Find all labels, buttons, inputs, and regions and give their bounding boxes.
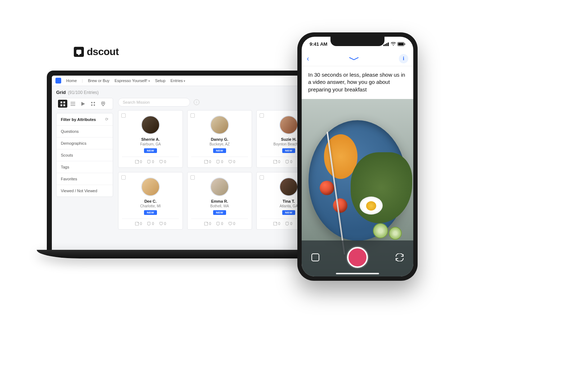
stat-favorites[interactable]: 0 — [159, 160, 166, 164]
svg-point-11 — [94, 104, 95, 106]
chevron-down-icon[interactable] — [349, 57, 359, 60]
app-logo-icon[interactable] — [55, 78, 61, 84]
scout-card[interactable]: Sherrie A. Fairburn, GA NEW 0 0 0 — [118, 110, 183, 168]
wifi-icon — [391, 42, 396, 46]
svg-rect-22 — [385, 44, 386, 46]
card-checkbox[interactable] — [190, 113, 195, 118]
svg-rect-27 — [405, 43, 405, 45]
nav-brew-or-buy[interactable]: Brew or Buy — [88, 78, 109, 83]
new-badge: NEW — [144, 210, 157, 215]
card-footer: 0 0 0 — [191, 157, 248, 164]
record-button[interactable] — [347, 247, 368, 268]
new-badge: NEW — [213, 148, 226, 153]
scout-name: Dee C. — [144, 199, 157, 203]
card-checkbox[interactable] — [121, 175, 126, 180]
brand-icon — [74, 47, 84, 57]
new-badge: NEW — [282, 148, 295, 153]
stat-tags[interactable]: 0 — [216, 160, 223, 164]
stat-tags[interactable]: 0 — [216, 222, 223, 226]
signal-icon — [383, 42, 389, 46]
svg-rect-3 — [63, 104, 65, 106]
filter-label: Viewed / Not Viewed — [61, 189, 97, 193]
phone-notch — [330, 37, 384, 46]
nav-entries[interactable]: Entries — [171, 78, 186, 83]
nav-setup[interactable]: Setup — [155, 78, 166, 83]
card-checkbox[interactable] — [260, 113, 264, 118]
new-badge: NEW — [282, 210, 295, 215]
stat-favorites[interactable]: 0 — [228, 160, 235, 164]
flip-camera-button[interactable] — [394, 252, 405, 263]
view-grid-icon[interactable] — [58, 100, 67, 108]
stat-tags[interactable]: 0 — [285, 222, 292, 226]
nav-espresso-yourself[interactable]: Espresso Yourself! — [114, 78, 150, 83]
filter-label: Favorites — [61, 177, 77, 181]
svg-rect-24 — [388, 42, 389, 46]
scout-card[interactable]: Dee C. Charlotte, MI NEW 0 0 0 — [118, 172, 183, 230]
avatar — [141, 116, 160, 134]
back-button[interactable]: ‹ — [307, 54, 309, 63]
stat-notes[interactable]: 0 — [135, 222, 142, 226]
grid-title: Grid — [56, 90, 66, 95]
stat-favorites[interactable]: 0 — [159, 222, 166, 226]
filter-header[interactable]: Filter by Attributes ⟳ — [57, 113, 113, 126]
nav-home[interactable]: Home — [66, 78, 77, 83]
stat-tags[interactable]: 0 — [147, 222, 154, 226]
avatar — [210, 116, 229, 134]
card-checkbox[interactable] — [121, 113, 126, 118]
view-map-icon[interactable] — [98, 100, 108, 108]
search-input[interactable]: Search Mission — [118, 98, 190, 107]
filter-demographics[interactable]: Demographics — [57, 138, 113, 149]
avatar — [141, 177, 160, 196]
info-icon[interactable]: i — [194, 99, 199, 105]
card-checkbox[interactable] — [190, 175, 195, 180]
scout-card[interactable]: Danny G. Buckeye, AZ NEW 0 0 0 — [187, 110, 252, 168]
food-tomato — [333, 198, 347, 213]
filter-questions[interactable]: Questions — [57, 126, 113, 138]
prompt-text: In 30 seconds or less, please show us in… — [302, 66, 413, 99]
scout-card[interactable]: Emma R. Bothell, WA NEW 0 0 0 — [187, 172, 252, 230]
stat-tags[interactable]: 0 — [147, 160, 154, 164]
info-button[interactable]: i — [399, 54, 408, 63]
svg-rect-1 — [63, 102, 65, 103]
avatar — [210, 177, 229, 196]
filter-viewed[interactable]: Viewed / Not Viewed — [57, 185, 113, 197]
svg-rect-2 — [60, 104, 62, 106]
view-list-icon[interactable] — [68, 100, 77, 108]
scout-location: Atlanta, GA — [279, 204, 298, 208]
status-time: 9:41 AM — [310, 41, 327, 47]
filter-scouts[interactable]: Scouts — [57, 149, 113, 161]
stat-notes[interactable]: 0 — [135, 160, 142, 164]
svg-point-8 — [91, 102, 93, 103]
camera-controls — [302, 240, 413, 276]
scout-name: Sherrie A. — [141, 137, 160, 141]
phone-device: 9:41 AM ‹ i In 30 seconds or less, pleas… — [297, 32, 418, 281]
view-play-icon[interactable] — [78, 100, 87, 108]
scout-location: Charlotte, MI — [140, 204, 161, 208]
filter-favorites[interactable]: Favorites — [57, 173, 113, 185]
scout-name: Danny G. — [211, 137, 228, 141]
food-cucumber — [389, 227, 402, 240]
avatar — [279, 177, 298, 196]
card-checkbox[interactable] — [260, 175, 264, 180]
stat-notes[interactable]: 0 — [273, 222, 280, 226]
view-quote-icon[interactable] — [88, 100, 98, 108]
food-cucumber — [373, 223, 388, 238]
stat-notes[interactable]: 0 — [273, 160, 280, 164]
scout-name: Emma R. — [211, 199, 228, 203]
svg-point-9 — [94, 102, 95, 103]
filter-header-label: Filter by Attributes — [61, 117, 96, 122]
battery-icon — [397, 42, 405, 46]
scout-name: Suzie H. — [281, 137, 297, 141]
card-footer: 0 0 0 — [122, 157, 179, 164]
filter-label: Tags — [61, 165, 69, 169]
stat-favorites[interactable]: 0 — [228, 222, 235, 226]
svg-marker-7 — [81, 102, 85, 106]
sidebar: Filter by Attributes ⟳ Questions Demogra… — [56, 98, 113, 230]
new-badge: NEW — [144, 148, 157, 153]
stat-tags[interactable]: 0 — [285, 160, 292, 164]
stat-notes[interactable]: 0 — [204, 222, 211, 226]
svg-rect-28 — [312, 254, 319, 261]
gallery-button[interactable] — [310, 252, 321, 263]
filter-tags[interactable]: Tags — [57, 161, 113, 173]
stat-notes[interactable]: 0 — [204, 160, 211, 164]
